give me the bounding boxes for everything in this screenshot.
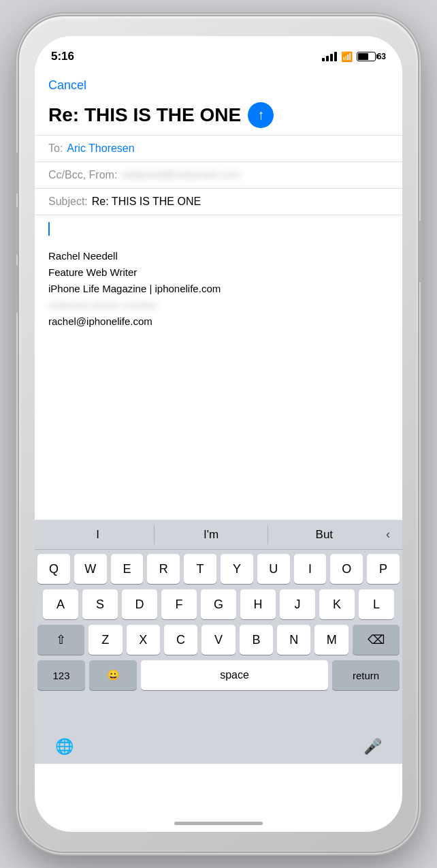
signature-company: iPhone Life Magazine | iphonelife.com bbox=[48, 281, 389, 297]
signal-icon bbox=[322, 52, 337, 61]
signature-title: Feature Web Writer bbox=[48, 264, 389, 281]
status-time: 5:16 bbox=[51, 50, 74, 63]
status-bar: 5:16 📶 63 bbox=[35, 36, 402, 70]
send-button[interactable]: ↑ bbox=[248, 102, 274, 128]
key-W[interactable]: W bbox=[74, 554, 107, 584]
email-body[interactable]: Rachel Needell Feature Web Writer iPhone… bbox=[35, 215, 402, 520]
key-T[interactable]: T bbox=[184, 554, 216, 584]
predictive-word-3[interactable]: But bbox=[268, 528, 381, 542]
key-Q[interactable]: Q bbox=[37, 554, 70, 584]
cc-bcc-label: Cc/Bcc, From: bbox=[48, 169, 117, 181]
key-U[interactable]: U bbox=[257, 554, 290, 584]
to-field-row[interactable]: To: Aric Thoresen bbox=[35, 135, 402, 161]
battery-percent: 63 bbox=[377, 52, 386, 61]
key-O[interactable]: O bbox=[330, 554, 363, 584]
subject-value: Re: THIS IS THE ONE bbox=[92, 196, 201, 208]
key-V[interactable]: V bbox=[201, 625, 235, 655]
to-label: To: bbox=[48, 142, 63, 155]
phone-frame: 5:16 📶 63 Can bbox=[18, 15, 419, 853]
signature-email: rachel@iphonelife.com bbox=[48, 313, 389, 330]
subject-field-row[interactable]: Subject: Re: THIS IS THE ONE bbox=[35, 188, 402, 215]
key-X[interactable]: X bbox=[127, 625, 160, 655]
keys-area: Q W E R T Y U I O P A S D F G bbox=[35, 550, 402, 730]
predictive-bar: I I'm But ‹ bbox=[35, 520, 402, 550]
space-key[interactable]: space bbox=[141, 660, 328, 690]
key-row-1: Q W E R T Y U I O P bbox=[37, 554, 400, 584]
key-N[interactable]: N bbox=[277, 625, 310, 655]
key-K[interactable]: K bbox=[319, 589, 355, 619]
phone-screen: 5:16 📶 63 Can bbox=[35, 36, 402, 832]
predictive-word-1[interactable]: I bbox=[42, 528, 154, 542]
key-row-4: 123 😀 space return bbox=[37, 660, 400, 690]
email-subject-title: Re: THIS IS THE ONE bbox=[48, 105, 241, 126]
battery-icon: 63 bbox=[357, 52, 386, 61]
wifi-icon: 📶 bbox=[341, 51, 353, 62]
keyboard: I I'm But ‹ Q W E R T Y U I bbox=[35, 520, 402, 730]
return-key[interactable]: return bbox=[332, 660, 400, 690]
key-S[interactable]: S bbox=[82, 589, 118, 619]
key-D[interactable]: D bbox=[122, 589, 157, 619]
key-A[interactable]: A bbox=[43, 589, 78, 619]
compose-header: Cancel bbox=[35, 70, 402, 98]
numbers-key[interactable]: 123 bbox=[37, 660, 85, 690]
subject-title-row: Re: THIS IS THE ONE ↑ bbox=[35, 98, 402, 135]
key-C[interactable]: C bbox=[164, 625, 197, 655]
predictive-word-2[interactable]: I'm bbox=[155, 528, 267, 542]
key-Y[interactable]: Y bbox=[221, 554, 253, 584]
emoji-key[interactable]: 😀 bbox=[89, 660, 137, 690]
to-value: Aric Thoresen bbox=[67, 142, 134, 155]
delete-key[interactable]: ⌫ bbox=[353, 625, 400, 655]
key-B[interactable]: B bbox=[240, 625, 273, 655]
volume-down-button[interactable] bbox=[15, 265, 18, 313]
send-arrow-icon: ↑ bbox=[257, 107, 264, 123]
key-H[interactable]: H bbox=[240, 589, 276, 619]
microphone-icon[interactable]: 🎤 bbox=[363, 738, 382, 756]
key-G[interactable]: G bbox=[201, 589, 236, 619]
signature-block: Rachel Needell Feature Web Writer iPhone… bbox=[48, 248, 389, 330]
key-M[interactable]: M bbox=[314, 625, 348, 655]
key-R[interactable]: R bbox=[147, 554, 180, 584]
key-Z[interactable]: Z bbox=[88, 625, 122, 655]
home-indicator[interactable] bbox=[174, 822, 263, 825]
power-button[interactable] bbox=[419, 221, 422, 282]
bottom-bar: 🌐 🎤 bbox=[35, 730, 402, 764]
keyboard-chevron-icon[interactable]: ‹ bbox=[381, 527, 395, 542]
key-F[interactable]: F bbox=[161, 589, 197, 619]
key-I[interactable]: I bbox=[294, 554, 327, 584]
signature-name: Rachel Needell bbox=[48, 248, 389, 264]
subject-label: Subject: bbox=[48, 196, 88, 208]
signature-phone: redacted phone number bbox=[48, 297, 389, 313]
volume-up-button[interactable] bbox=[15, 207, 18, 255]
key-P[interactable]: P bbox=[367, 554, 400, 584]
status-icons: 📶 63 bbox=[322, 51, 386, 62]
key-L[interactable]: L bbox=[359, 589, 394, 619]
key-row-2: A S D F G H J K L bbox=[37, 589, 400, 619]
globe-icon[interactable]: 🌐 bbox=[55, 738, 74, 756]
key-J[interactable]: J bbox=[280, 589, 315, 619]
text-cursor bbox=[48, 222, 50, 236]
cancel-button[interactable]: Cancel bbox=[48, 78, 86, 93]
key-row-3: ⇧ Z X C V B N M ⌫ bbox=[37, 625, 400, 655]
key-E[interactable]: E bbox=[111, 554, 144, 584]
compose-area: Cancel Re: THIS IS THE ONE ↑ To: Aric Th… bbox=[35, 70, 402, 520]
cc-bcc-value: redacted@redacted.com bbox=[121, 169, 240, 181]
cc-bcc-field-row[interactable]: Cc/Bcc, From: redacted@redacted.com bbox=[35, 161, 402, 188]
shift-key[interactable]: ⇧ bbox=[37, 625, 84, 655]
